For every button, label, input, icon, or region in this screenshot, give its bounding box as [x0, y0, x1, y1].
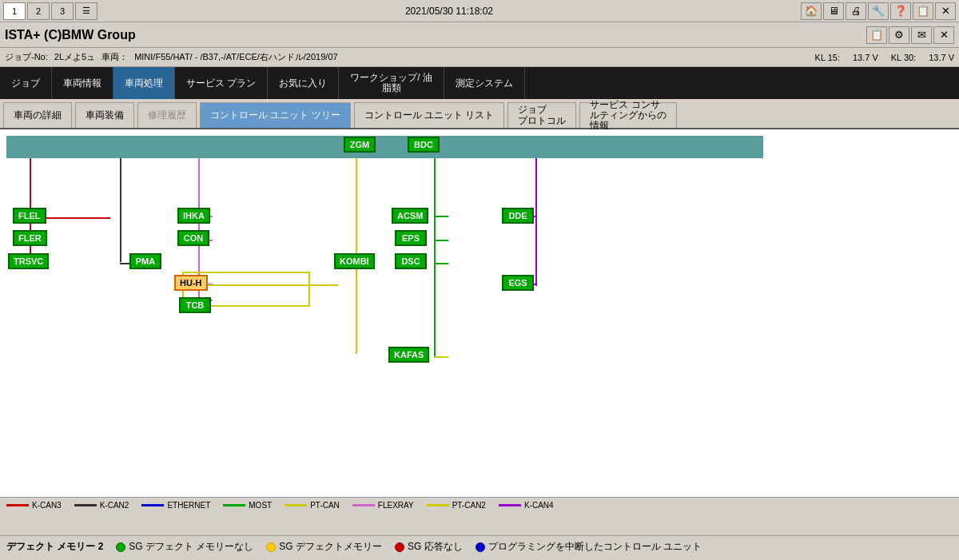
subnav-control-unit-tree[interactable]: コントロール ユニット ツリー [200, 102, 351, 128]
app-settings-icon[interactable]: ⚙ [889, 26, 909, 44]
home-icon[interactable]: 🏠 [801, 2, 822, 20]
help-icon[interactable]: ❓ [890, 2, 911, 20]
legend-ptcan2: PT-CAN2 [427, 501, 486, 510]
main-nav[interactable]: ジョブ 車両情報 車両処理 サービス プラン お気に入り ワークショップ/ 油脂… [0, 67, 959, 99]
main-bus-bar [6, 136, 763, 158]
kcan2-vertical [120, 158, 121, 262]
app-title: ISTA+ (C)BMW Group [5, 28, 866, 42]
ecu-kombi[interactable]: KOMBI [334, 253, 375, 269]
red-dot [395, 542, 404, 552]
kcan-bdc-vertical [434, 158, 436, 358]
nav-favorites[interactable]: お気に入り [268, 67, 339, 99]
voltage-info: KL 15: 13.7 V KL 30: 13.7 V [815, 53, 954, 62]
ecu-zgm[interactable]: ZGM [344, 137, 376, 153]
nav-service-plan[interactable]: サービス プラン [175, 67, 268, 99]
acsm-stub [434, 216, 448, 217]
kcan3-up [30, 158, 31, 166]
ecu-ihka[interactable]: IHKA [177, 208, 210, 224]
nav-vehicle-info[interactable]: 車両情報 [52, 67, 113, 99]
sub-nav[interactable]: 車両の詳細 車両装備 修理履歴 コントロール ユニット ツリー コントロール ユ… [0, 99, 959, 129]
most-line [223, 504, 245, 506]
flexray-line [352, 504, 375, 506]
nav-vehicle-proc[interactable]: 車両処理 [113, 67, 175, 99]
kafas-stub [434, 356, 448, 358]
ptcan2-line [427, 504, 449, 506]
kcan4-label: K-CAN4 [524, 501, 554, 510]
no-defect-label: SG デフェクト メモリーなし [129, 540, 253, 554]
vehicle-label: 車両： [101, 51, 128, 63]
nav-workshop[interactable]: ワークショップ/ 油脂類 [339, 67, 444, 99]
eps-stub [434, 240, 448, 241]
app-close-icon[interactable]: ✕ [933, 26, 954, 44]
dsc-stub [434, 263, 448, 264]
vehicle-value: MINI/F55/HAT/ - /B37,-/AT/ECE/右ハンドル/2019… [134, 51, 338, 63]
nav-measurement[interactable]: 測定システム [444, 67, 525, 99]
subnav-job-protocol[interactable]: ジョブプロトコル [507, 102, 576, 128]
ecu-dde[interactable]: DDE [502, 208, 534, 224]
ecu-con[interactable]: CON [177, 230, 209, 246]
ecu-tcb[interactable]: TCB [179, 297, 211, 313]
wrench-icon[interactable]: 🔧 [868, 2, 889, 20]
flel-hline [45, 217, 110, 219]
kcan4-line [499, 504, 521, 506]
kl15-label: KL 15: [815, 53, 840, 62]
print-icon[interactable]: 🖨 [846, 2, 866, 20]
kl30-label: KL 30: [891, 53, 916, 62]
subnav-repair-history[interactable]: 修理履歴 [137, 102, 197, 128]
legend-kcan2: K-CAN2 [74, 501, 129, 510]
nav-job[interactable]: ジョブ [0, 67, 52, 99]
defect-label: SG デフェクトメモリー [279, 540, 382, 554]
kcan3-label: K-CAN3 [32, 501, 62, 510]
tab-1[interactable]: 1 [3, 2, 26, 20]
ptcan-label: PT-CAN [310, 501, 340, 510]
ptcan-line [285, 504, 307, 506]
kcan2-line [74, 504, 97, 506]
list-tab[interactable]: ☰ [75, 2, 97, 20]
ecu-acsm[interactable]: ACSM [392, 208, 428, 224]
diagram-area: FLEL FLER TRSVC PMA IHKA CON HU-H TCB KO… [0, 129, 959, 497]
subnav-control-unit-list[interactable]: コントロール ユニット リスト [354, 102, 505, 128]
tab-3[interactable]: 3 [51, 2, 74, 20]
ecu-huh[interactable]: HU-H [174, 275, 208, 291]
clipboard-icon[interactable]: 📋 [913, 2, 933, 20]
defect-memory-label: デフェクト メモリー 2 [6, 540, 103, 554]
legend-area: K-CAN3 K-CAN2 ETHERNET MOST PT-CAN FLEXR… [0, 497, 959, 535]
close-icon[interactable]: ✕ [935, 2, 956, 20]
app-mail-icon[interactable]: ✉ [911, 26, 932, 44]
app-icon-group[interactable]: 📋 ⚙ ✉ ✕ [866, 26, 954, 44]
monitor-icon[interactable]: 🖥 [823, 2, 844, 20]
subnav-vehicle-detail[interactable]: 車両の詳細 [3, 102, 72, 128]
ecu-dsc[interactable]: DSC [395, 253, 427, 269]
ecu-egs[interactable]: EGS [502, 275, 534, 291]
subnav-service-consulting[interactable]: サービス コンサルティングからの情報 [579, 102, 677, 128]
tab-group[interactable]: 1 2 3 ☰ [3, 2, 97, 20]
status-prog-interrupted: プログラミングを中断したコントロール ユニット [476, 540, 702, 554]
subnav-vehicle-equip[interactable]: 車両装備 [75, 102, 134, 128]
bus-legend-row: K-CAN3 K-CAN2 ETHERNET MOST PT-CAN FLEXR… [6, 501, 953, 510]
ptcan2-label: PT-CAN2 [452, 501, 486, 510]
prog-interrupted-label: プログラミングを中断したコントロール ユニット [488, 540, 702, 554]
title-icon-group[interactable]: 🏠 🖥 🖨 🔧 ❓ 📋 ✕ [801, 2, 956, 20]
app-copy-icon[interactable]: 📋 [866, 26, 887, 44]
ecu-trsvc[interactable]: TRSVC [8, 253, 49, 269]
info-bar: ジョブ-No: 2Lメよ5ュ 車両： MINI/F55/HAT/ - /B37,… [0, 48, 959, 67]
kcan4-vertical [535, 158, 537, 286]
kcan2-label: K-CAN2 [100, 501, 129, 510]
legend-flexray: FLEXRAY [352, 501, 414, 510]
no-response-label: SG 応答なし [408, 540, 463, 554]
ecu-flel[interactable]: FLEL [13, 208, 46, 224]
ecu-fler[interactable]: FLER [13, 230, 47, 246]
flexray-label: FLEXRAY [378, 501, 414, 510]
ecu-eps[interactable]: EPS [395, 230, 427, 246]
title-bar: 1 2 3 ☰ 2021/05/30 11:18:02 🏠 🖥 🖨 🔧 ❓ 📋 … [0, 0, 959, 22]
ecu-kafas[interactable]: KAFAS [388, 347, 429, 363]
kcan3-line [6, 504, 29, 506]
ecu-bdc[interactable]: BDC [408, 137, 440, 153]
tab-2[interactable]: 2 [27, 2, 50, 20]
legend-kcan4: K-CAN4 [499, 501, 554, 510]
status-defect: SG デフェクトメモリー [266, 540, 382, 554]
blue-dot [476, 542, 485, 552]
legend-ethernet: ETHERNET [141, 501, 210, 510]
ecu-pma[interactable]: PMA [129, 253, 161, 269]
kl30-value: 13.7 V [929, 53, 954, 62]
